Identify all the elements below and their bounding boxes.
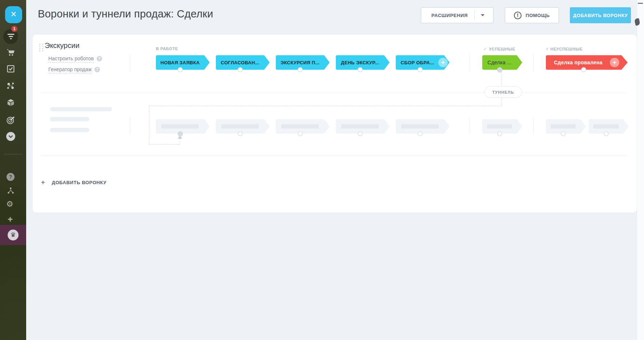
sales-generator-label: Генератор продаж xyxy=(48,66,92,73)
scrollbar-thumb[interactable] xyxy=(638,3,643,4)
stage-label: СБОР ОБРА... xyxy=(401,60,439,65)
stage-feedback[interactable]: СБОР ОБРА... + xyxy=(396,55,444,70)
row-divider xyxy=(41,93,627,93)
funnel-icon xyxy=(7,34,14,35)
cross-icon: × xyxy=(546,46,549,52)
help-label: ПОМОЩЬ xyxy=(526,13,550,18)
column-label-success: ✓УСПЕШНЫЕ xyxy=(483,46,515,52)
tunnel-line-horizontal xyxy=(149,106,502,106)
sales-generator-link[interactable]: Генератор продаж? xyxy=(48,66,100,72)
add-funnel-label: ДОБАВИТЬ ВОРОНКУ xyxy=(52,180,106,185)
ghost-stage xyxy=(156,119,204,134)
tunnel-source-dot[interactable] xyxy=(497,67,502,73)
stage-connector-dot[interactable] xyxy=(178,67,183,72)
tunnel-badge[interactable]: ТУННЕЛЬ xyxy=(484,86,522,98)
stage-agreement[interactable]: СОГЛАСОВАН... xyxy=(216,55,264,70)
scrollbar-track[interactable] xyxy=(637,0,644,340)
ghost-stage-success xyxy=(482,119,517,134)
configure-robots-label: Настроить роботов xyxy=(48,56,94,62)
stage-connector-dot[interactable] xyxy=(358,67,363,72)
ghost-dot xyxy=(298,131,303,136)
funnel-card: Экскурсии Настроить роботов? Генератор п… xyxy=(33,35,637,212)
stage-label: НОВАЯ ЗАЯВКА xyxy=(161,60,200,65)
column-divider xyxy=(533,54,534,71)
crm-network-icon[interactable] xyxy=(6,81,15,91)
ghost-dot xyxy=(238,131,243,136)
help-question-icon[interactable]: ? xyxy=(6,173,16,181)
tunnel-line-stem xyxy=(180,139,180,144)
add-funnel-bottom-button[interactable]: + ДОБАВИТЬ ВОРОНКУ xyxy=(41,179,106,186)
more-chevron-icon[interactable] xyxy=(6,131,15,141)
svg-text:?: ? xyxy=(9,174,12,180)
ghost-stage-fail xyxy=(546,119,580,134)
skeleton-link-bar xyxy=(50,117,89,121)
question-mark-icon[interactable]: ? xyxy=(94,67,100,72)
question-mark-icon[interactable]: ? xyxy=(97,56,102,61)
tunnel-line-left xyxy=(149,106,149,144)
ghost-stage xyxy=(396,119,444,134)
add-plus-icon[interactable]: + xyxy=(8,215,13,224)
stage-label: Сделка провалена xyxy=(554,60,613,65)
exclamation-circle-icon: ! xyxy=(514,12,522,19)
ghost-dot xyxy=(358,131,363,136)
row-divider xyxy=(41,155,627,155)
stage-failed[interactable]: Сделка провалена + xyxy=(546,55,621,70)
marketing-target-icon[interactable] xyxy=(6,115,15,125)
cart-icon[interactable] xyxy=(6,48,16,57)
stage-connector-dot[interactable] xyxy=(581,67,586,72)
skeleton-title-bar xyxy=(50,107,112,111)
help-button[interactable]: ! ПОМОЩЬ xyxy=(505,7,559,23)
sidebar-divider xyxy=(4,154,23,154)
notification-badge: 1 xyxy=(11,26,17,32)
ghost-dot xyxy=(418,131,423,136)
plus-icon: + xyxy=(41,179,45,186)
stage-label: ДЕНЬ ЭКСКУР... xyxy=(341,60,379,65)
extensions-button[interactable]: РАСШИРЕНИЯ xyxy=(421,7,494,23)
share-nodes-icon[interactable] xyxy=(7,186,16,195)
stage-label: СОГЛАСОВАН... xyxy=(221,60,259,65)
configure-robots-link[interactable]: Настроить роботов? xyxy=(48,56,102,61)
ghost-stage xyxy=(216,119,264,134)
ghost-dot xyxy=(604,131,609,136)
ghost-stage-fail xyxy=(589,119,623,134)
close-menu-button[interactable]: × xyxy=(5,6,22,23)
chevron-down-icon[interactable] xyxy=(481,14,484,16)
tunnel-line-bottom xyxy=(149,144,180,145)
add-stage-button[interactable]: + xyxy=(438,58,448,67)
column-divider xyxy=(470,118,470,134)
column-label-fail: ×НЕУСПЕШНЫЕ xyxy=(546,46,583,52)
add-funnel-header-button[interactable]: ДОБАВИТЬ ВОРОНКУ xyxy=(570,7,631,23)
stage-label: ЭКСКУРСИЯ П... xyxy=(281,60,319,65)
main-area: Воронки и туннели продаж: Сделки РАСШИРЕ… xyxy=(26,0,644,340)
stage-success[interactable]: Сделка ... xyxy=(482,55,517,70)
skeleton-link-bar xyxy=(50,128,89,132)
sidebar: × 1 xyxy=(0,0,26,340)
column-divider xyxy=(533,118,534,134)
column-divider xyxy=(470,54,470,71)
column-label-in-progress: В РАБОТЕ xyxy=(156,46,178,51)
tasks-icon[interactable] xyxy=(6,64,16,73)
stage-connector-dot[interactable] xyxy=(298,67,303,72)
ghost-dot xyxy=(497,131,502,136)
button-separator xyxy=(474,10,475,20)
stage-connector-dot[interactable] xyxy=(418,67,423,72)
funnel-icon xyxy=(10,38,12,39)
column-divider xyxy=(130,54,130,71)
ghost-stage xyxy=(276,119,324,134)
stage-excursion-day[interactable]: ДЕНЬ ЭКСКУР... xyxy=(336,55,384,70)
drag-handle-icon[interactable] xyxy=(39,44,43,53)
stage-excursion[interactable]: ЭКСКУРСИЯ П... xyxy=(276,55,324,70)
catalog-cube-icon[interactable] xyxy=(6,98,16,107)
column-divider xyxy=(130,118,130,134)
extensions-label: РАСШИРЕНИЯ xyxy=(422,13,474,18)
add-fail-stage-button[interactable]: + xyxy=(610,58,619,67)
settings-gear-icon[interactable]: ⚙ xyxy=(6,200,13,208)
stage-new-request[interactable]: НОВАЯ ЗАЯВКА xyxy=(156,55,204,70)
subscription-row[interactable]: ♛ xyxy=(0,225,26,245)
funnel-icon xyxy=(9,36,13,37)
funnel-name: Экскурсии xyxy=(45,41,80,50)
stage-connector-dot[interactable] xyxy=(238,67,243,72)
crown-icon: ♛ xyxy=(8,230,19,240)
check-icon: ✓ xyxy=(483,46,487,52)
ghost-dot xyxy=(561,131,566,136)
